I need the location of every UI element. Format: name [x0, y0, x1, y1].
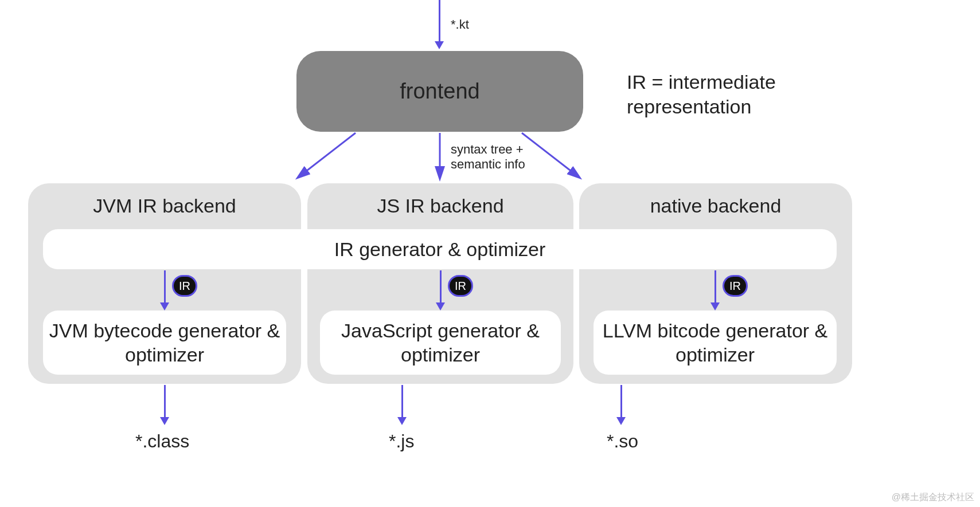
inner-js-label: JavaScript generator & optimizer	[320, 319, 561, 367]
output-js: *.js	[389, 431, 414, 452]
arrowhead-out-js	[397, 417, 407, 425]
arrowhead-ir-native	[710, 302, 720, 311]
backend-jvm-title: JVM IR backend	[28, 195, 301, 217]
arrow-out-js	[401, 385, 403, 418]
arrowhead-out-native	[616, 417, 626, 425]
syntax-label: syntax tree + semantic info	[451, 142, 525, 172]
arrow-ir-native	[714, 270, 716, 305]
ir-badge-js: IR	[448, 275, 473, 297]
inner-jvm-label: JVM bytecode generator & optimizer	[43, 319, 286, 367]
arrowhead-ir-jvm	[160, 302, 169, 311]
inner-js-box: JavaScript generator & optimizer	[320, 311, 561, 375]
inner-native-box: LLVM bitcode generator & optimizer	[594, 311, 837, 375]
svg-line-2	[522, 133, 578, 176]
arrowhead-out-jvm	[160, 417, 169, 425]
output-native: *.so	[607, 431, 638, 452]
syntax-line2: semantic info	[451, 157, 525, 172]
ir-badge-jvm-text: IR	[179, 280, 190, 293]
ir-generator-bar: IR generator & optimizer	[43, 229, 837, 269]
ir-badge-native: IR	[723, 275, 748, 297]
arrow-out-jvm	[164, 385, 166, 418]
arrow-ir-jvm	[164, 270, 166, 305]
ir-generator-label: IR generator & optimizer	[334, 238, 546, 261]
backend-js-title: JS IR backend	[307, 195, 573, 217]
ir-badge-js-text: IR	[455, 280, 466, 293]
ir-badge-native-text: IR	[729, 280, 741, 293]
output-jvm: *.class	[135, 431, 189, 452]
inner-native-label: LLVM bitcode generator & optimizer	[594, 319, 837, 367]
arrow-out-native	[620, 385, 622, 418]
inner-jvm-box: JVM bytecode generator & optimizer	[43, 311, 286, 375]
watermark: @稀土掘金技术社区	[892, 492, 974, 504]
arrowhead-ir-js	[436, 302, 445, 311]
syntax-line1: syntax tree +	[451, 142, 525, 157]
backend-native-title: native backend	[579, 195, 852, 217]
svg-line-0	[299, 133, 356, 176]
ir-badge-jvm: IR	[172, 275, 197, 297]
arrow-ir-js	[440, 270, 442, 305]
